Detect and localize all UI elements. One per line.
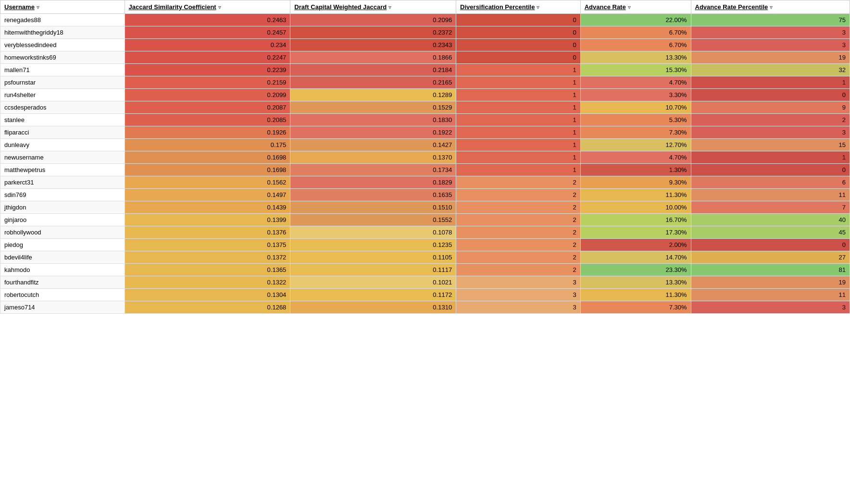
username-cell: mallen71 (0, 64, 125, 76)
div-pct-cell: 3 (456, 289, 581, 301)
div-pct-cell: 1 (456, 139, 581, 151)
advance-rate-pct-cell: 27 (691, 251, 850, 264)
div-pct-cell: 1 (456, 126, 581, 139)
jaccard-cell: 0.2099 (125, 89, 290, 101)
advance-rate-cell: 2.00% (580, 239, 691, 251)
advance-rate-cell: 7.30% (580, 301, 691, 314)
table-row: jthigdon0.14390.1510210.00%7 (0, 201, 850, 214)
advance-rate-cell: 13.30% (580, 51, 691, 64)
div-pct-cell: 2 (456, 251, 581, 264)
username-cell: jameso714 (0, 301, 125, 314)
advance-rate-pct-cell: 11 (691, 189, 850, 201)
jaccard-cell: 0.1562 (125, 176, 290, 189)
table-row: newusername0.16980.137014.70%1 (0, 151, 850, 164)
advance-rate-pct-cell: 1 (691, 76, 850, 89)
jaccard-cell: 0.1372 (125, 251, 290, 264)
table-row: dunleavy0.1750.1427112.70%15 (0, 139, 850, 151)
jaccard-cell: 0.1304 (125, 289, 290, 301)
advance-rate-pct-cell: 3 (691, 26, 850, 39)
jaccard-cell: 0.1399 (125, 214, 290, 226)
advance-rate-cell: 17.30% (580, 226, 691, 239)
advance-rate-pct-cell: 81 (691, 264, 850, 276)
col-header-divPct[interactable]: Diversification Percentile▿ (456, 0, 581, 14)
advance-rate-cell: 10.70% (580, 101, 691, 114)
username-cell: fliparacci (0, 126, 125, 139)
filter-icon-jaccard[interactable]: ▿ (218, 4, 221, 11)
jaccard-cell: 0.2247 (125, 51, 290, 64)
draft-cell: 0.1289 (290, 89, 456, 101)
table-row: ccsdesperados0.20870.1529110.70%9 (0, 101, 850, 114)
table-row: ginjaroo0.13990.1552216.70%40 (0, 214, 850, 226)
username-cell: robertocutch (0, 289, 125, 301)
filter-icon-username[interactable]: ▿ (37, 4, 39, 11)
table-row: run4shelter0.20990.128913.30%0 (0, 89, 850, 101)
jaccard-cell: 0.1698 (125, 164, 290, 176)
advance-rate-cell: 15.30% (580, 64, 691, 76)
div-pct-cell: 0 (456, 26, 581, 39)
jaccard-cell: 0.2457 (125, 26, 290, 39)
draft-cell: 0.1866 (290, 51, 456, 64)
username-cell: matthewpetrus (0, 164, 125, 176)
username-cell: dunleavy (0, 139, 125, 151)
table-row: homeworkstinks690.22470.1866013.30%19 (0, 51, 850, 64)
advance-rate-pct-cell: 0 (691, 164, 850, 176)
advance-rate-cell: 4.70% (580, 151, 691, 164)
filter-icon-divPct[interactable]: ▿ (537, 4, 539, 11)
advance-rate-pct-cell: 3 (691, 126, 850, 139)
col-header-draft[interactable]: Draft Capital Weighted Jaccard▿ (290, 0, 456, 14)
draft-cell: 0.1529 (290, 101, 456, 114)
col-header-advRate[interactable]: Advance Rate▿ (580, 0, 691, 14)
advance-rate-cell: 6.70% (580, 26, 691, 39)
filter-icon-advRate[interactable]: ▿ (628, 4, 631, 11)
draft-cell: 0.1370 (290, 151, 456, 164)
username-cell: parkerct31 (0, 176, 125, 189)
draft-cell: 0.1235 (290, 239, 456, 251)
filter-icon-advRatePct[interactable]: ▿ (770, 4, 773, 11)
table-row: hitemwiththegriddy180.24570.237206.70%3 (0, 26, 850, 39)
col-header-username[interactable]: Username▿ (0, 0, 125, 14)
draft-cell: 0.1078 (290, 226, 456, 239)
table-row: sdin7690.14970.1635211.30%11 (0, 189, 850, 201)
draft-cell: 0.1105 (290, 251, 456, 264)
div-pct-cell: 1 (456, 76, 581, 89)
username-cell: jthigdon (0, 201, 125, 214)
jaccard-cell: 0.1439 (125, 201, 290, 214)
header-label-jaccard: Jaccard Similarity Coefficient (129, 3, 216, 11)
jaccard-cell: 0.2159 (125, 76, 290, 89)
advance-rate-pct-cell: 75 (691, 14, 850, 26)
draft-cell: 0.1310 (290, 301, 456, 314)
jaccard-cell: 0.1375 (125, 239, 290, 251)
header-row: Username▿Jaccard Similarity Coefficient▿… (0, 0, 850, 14)
advance-rate-pct-cell: 3 (691, 39, 850, 51)
div-pct-cell: 1 (456, 101, 581, 114)
table-header: Username▿Jaccard Similarity Coefficient▿… (0, 0, 850, 14)
col-header-advRatePct[interactable]: Advance Rate Percentile▿ (691, 0, 850, 14)
div-pct-cell: 0 (456, 14, 581, 26)
advance-rate-pct-cell: 6 (691, 176, 850, 189)
div-pct-cell: 3 (456, 301, 581, 314)
advance-rate-pct-cell: 45 (691, 226, 850, 239)
advance-rate-cell: 11.30% (580, 289, 691, 301)
header-label-advRatePct: Advance Rate Percentile (695, 3, 768, 11)
col-header-jaccard[interactable]: Jaccard Similarity Coefficient▿ (125, 0, 290, 14)
table-row: piedog0.13750.123522.00%0 (0, 239, 850, 251)
div-pct-cell: 2 (456, 201, 581, 214)
advance-rate-cell: 22.00% (580, 14, 691, 26)
draft-cell: 0.2343 (290, 39, 456, 51)
advance-rate-cell: 10.00% (580, 201, 691, 214)
header-label-divPct: Diversification Percentile (460, 3, 535, 11)
div-pct-cell: 1 (456, 114, 581, 126)
username-cell: ccsdesperados (0, 101, 125, 114)
username-cell: run4shelter (0, 89, 125, 101)
advance-rate-pct-cell: 40 (691, 214, 850, 226)
div-pct-cell: 2 (456, 189, 581, 201)
jaccard-cell: 0.1497 (125, 189, 290, 201)
table-row: fourthandfitz0.13220.1021313.30%19 (0, 276, 850, 289)
table-row: stanlee0.20850.183015.30%2 (0, 114, 850, 126)
username-cell: piedog (0, 239, 125, 251)
filter-icon-draft[interactable]: ▿ (388, 4, 391, 11)
jaccard-cell: 0.2463 (125, 14, 290, 26)
advance-rate-pct-cell: 15 (691, 139, 850, 151)
data-table: Username▿Jaccard Similarity Coefficient▿… (0, 0, 850, 314)
advance-rate-cell: 11.30% (580, 189, 691, 201)
